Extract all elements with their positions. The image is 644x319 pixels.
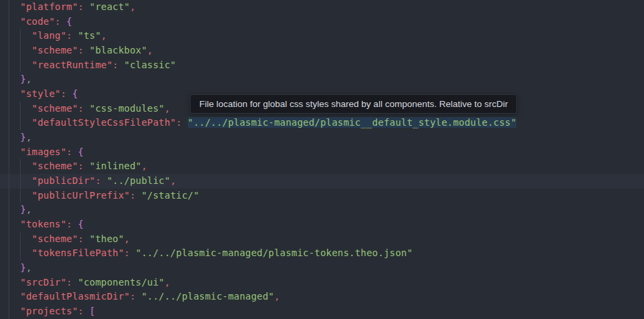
code-content[interactable]: "platform": "react", "code": { "lang": "… xyxy=(0,0,644,319)
code-token: , xyxy=(141,161,147,171)
indentation xyxy=(9,277,20,288)
code-token: "lang" xyxy=(32,30,67,41)
code-token-hover-highlighted: "../../plasmic-managed/plasmic__default_… xyxy=(188,117,517,128)
code-token: "publicUrlPrefix" xyxy=(32,190,130,201)
code-token: : xyxy=(66,146,78,157)
code-token: "projects" xyxy=(20,306,78,316)
code-token: : xyxy=(61,88,72,99)
code-token: "blackbox" xyxy=(90,45,147,56)
code-token: [ xyxy=(90,306,96,316)
code-token: "scheme" xyxy=(32,103,78,114)
code-token: : xyxy=(78,161,90,171)
code-line[interactable]: "images": { xyxy=(0,145,644,160)
code-token: "theo" xyxy=(90,233,124,244)
indentation xyxy=(9,233,32,244)
code-line[interactable]: "defaultPlasmicDir": "../../plasmic-mana… xyxy=(0,290,644,304)
code-token: "ts" xyxy=(78,30,102,41)
code-token: : xyxy=(176,117,187,128)
code-line[interactable]: "srcDir": "components/ui", xyxy=(0,276,644,290)
indentation xyxy=(9,103,32,114)
code-token: "../../plasmic-managed/plasmic-tokens.th… xyxy=(136,247,413,258)
code-token: "inlined" xyxy=(90,161,142,171)
code-line[interactable]: "code": { xyxy=(0,15,644,29)
code-token: "classic" xyxy=(124,60,177,70)
code-token: : xyxy=(78,103,90,114)
indentation xyxy=(9,60,32,70)
code-token: "scheme" xyxy=(32,161,78,171)
code-line[interactable]: "tokens": { xyxy=(0,217,644,232)
code-line[interactable]: }, xyxy=(0,203,644,217)
indentation xyxy=(9,88,20,99)
code-token: , xyxy=(165,103,171,114)
code-line[interactable]: }, xyxy=(0,72,644,87)
code-token: : xyxy=(130,291,141,302)
code-token: "style" xyxy=(20,88,60,99)
code-token: , xyxy=(26,74,32,84)
hover-tooltip: File location for global css styles shar… xyxy=(190,94,517,114)
code-line[interactable]: "platform": "react", xyxy=(0,0,644,15)
indentation xyxy=(9,16,20,27)
code-token: "publicDir" xyxy=(32,175,96,186)
code-line[interactable]: }, xyxy=(0,261,644,276)
code-token: , xyxy=(26,204,32,215)
code-line[interactable]: "lang": "ts", xyxy=(0,29,644,43)
code-token: "/static/" xyxy=(141,190,199,201)
code-token: : xyxy=(78,1,90,12)
code-line[interactable]: "defaultStyleCssFilePath": "../../plasmi… xyxy=(0,116,644,130)
code-token: : xyxy=(55,16,66,27)
indentation xyxy=(9,291,20,302)
code-line[interactable]: }, xyxy=(0,130,644,145)
code-line[interactable]: "tokensFilePath": "../../plasmic-managed… xyxy=(0,246,644,261)
code-token: } xyxy=(20,74,26,84)
code-line[interactable]: "scheme": "theo", xyxy=(0,232,644,247)
indentation xyxy=(9,132,20,142)
indentation xyxy=(9,175,32,186)
indentation xyxy=(9,190,32,201)
code-token: : xyxy=(130,190,141,201)
code-line[interactable]: "projects": [ xyxy=(0,304,644,319)
code-token: , xyxy=(274,291,280,302)
code-editor[interactable]: "platform": "react", "code": { "lang": "… xyxy=(0,0,644,319)
code-token: , xyxy=(171,175,177,186)
indentation xyxy=(9,45,32,56)
code-token: "../../plasmic-managed" xyxy=(141,291,274,302)
code-token: : xyxy=(78,45,90,56)
code-token: { xyxy=(72,88,78,99)
code-token: } xyxy=(20,262,26,273)
indentation xyxy=(9,30,32,41)
code-token: , xyxy=(130,1,136,12)
code-line[interactable]: "scheme": "inlined", xyxy=(0,159,644,174)
code-line-current[interactable]: "publicDir": "../public", xyxy=(0,174,644,189)
indentation xyxy=(9,1,20,12)
code-token: : xyxy=(66,30,78,41)
code-token: "platform" xyxy=(20,1,78,12)
code-token: "../public" xyxy=(107,175,171,186)
code-line[interactable]: "reactRuntime": "classic" xyxy=(0,58,644,73)
code-token: , xyxy=(165,277,171,288)
code-token: { xyxy=(78,219,84,229)
code-token: : xyxy=(78,233,90,244)
indentation xyxy=(9,219,20,229)
code-line[interactable]: "publicUrlPrefix": "/static/" xyxy=(0,189,644,203)
code-token: "images" xyxy=(20,146,66,157)
code-line[interactable]: "scheme": "blackbox", xyxy=(0,43,644,58)
code-token: "srcDir" xyxy=(20,277,66,288)
code-token: "components/ui" xyxy=(78,277,165,288)
indentation xyxy=(9,161,32,171)
code-token: : xyxy=(95,175,106,186)
code-token: : xyxy=(66,219,78,229)
code-token: , xyxy=(26,132,32,142)
code-token: "scheme" xyxy=(32,45,78,56)
code-token: "code" xyxy=(20,16,55,27)
indentation xyxy=(9,146,20,157)
code-token: { xyxy=(66,16,72,27)
code-token: : xyxy=(66,277,78,288)
code-token: , xyxy=(101,30,107,41)
code-token: , xyxy=(147,45,153,56)
code-token: "tokens" xyxy=(20,219,66,229)
indentation xyxy=(9,74,20,84)
code-token: { xyxy=(78,146,84,157)
code-token: : xyxy=(78,306,90,316)
code-token: , xyxy=(124,233,130,244)
code-token: : xyxy=(124,247,136,258)
